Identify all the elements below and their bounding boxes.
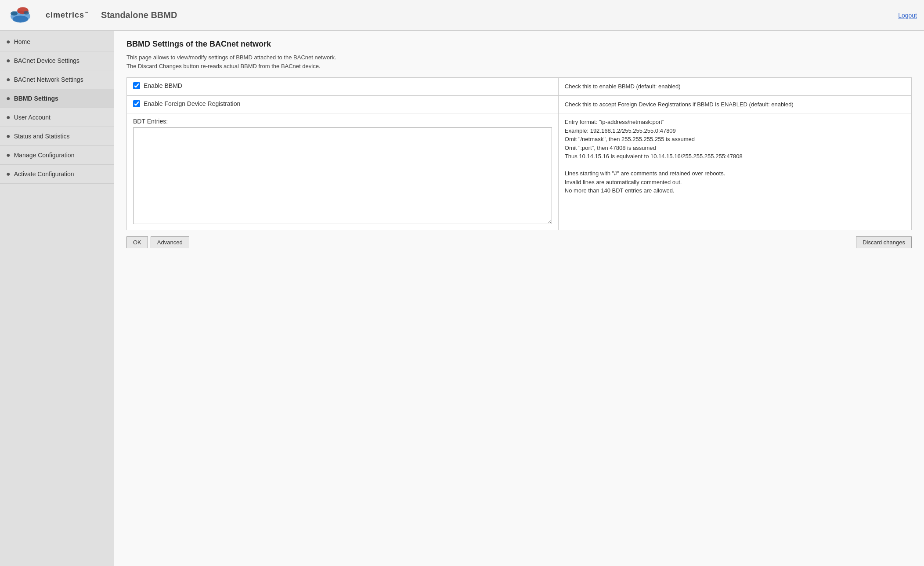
logout-link[interactable]: Logout (898, 12, 917, 19)
svg-point-1 (13, 15, 28, 22)
bullet-icon: ● (6, 94, 11, 102)
discard-changes-button[interactable]: Discard changes (856, 236, 912, 248)
bdt-entries-label: BDT Entries: (133, 118, 552, 125)
page-desc-line1: This page allows to view/modify settings… (126, 54, 336, 61)
svg-point-3 (11, 11, 18, 15)
enable-bbmd-checkbox[interactable] (133, 82, 140, 89)
svg-point-4 (24, 11, 29, 15)
brand-name: cimetrics™ (46, 11, 89, 20)
sidebar-item-bbmd-settings[interactable]: ● BBMD Settings (0, 89, 114, 108)
enable-bbmd-desc: Check this to enable BBMD (default: enab… (565, 83, 681, 90)
main-content: BBMD Settings of the BACnet network This… (114, 31, 924, 566)
sidebar-label: Activate Configuration (14, 171, 74, 178)
bullet-icon: ● (6, 132, 11, 140)
sidebar-item-manage-configuration[interactable]: ● Manage Configuration (0, 146, 114, 165)
enable-bbmd-cell: Enable BBMD (127, 78, 559, 96)
bullet-icon: ● (6, 151, 11, 159)
page-description: This page allows to view/modify settings… (126, 53, 912, 70)
sidebar-item-status-statistics[interactable]: ● Status and Statistics (0, 127, 114, 146)
settings-table: Enable BBMD Check this to enable BBMD (d… (126, 77, 912, 230)
sidebar-label: Manage Configuration (14, 152, 75, 159)
sidebar-item-bacnet-device-settings[interactable]: ● BACnet Device Settings (0, 51, 114, 70)
layout: ● Home ● BACnet Device Settings ● BACnet… (0, 31, 924, 566)
bdt-entries-textarea[interactable] (133, 127, 552, 224)
bullet-icon: ● (6, 57, 11, 65)
sidebar-label: Status and Statistics (14, 133, 70, 140)
bdt-entries-desc-cell: Entry format: "ip-address/netmask:port"E… (558, 113, 911, 230)
bdt-entries-desc: Entry format: "ip-address/netmask:port"E… (565, 119, 743, 194)
cimetrics-logo (7, 4, 42, 26)
bdt-entries-row: BDT Entries: Entry format: "ip-address/n… (127, 113, 912, 230)
sidebar: ● Home ● BACnet Device Settings ● BACnet… (0, 31, 114, 566)
bullet-icon: ● (6, 76, 11, 83)
page-desc-line2: The Discard Changes button re-reads actu… (126, 63, 321, 69)
bullet-icon: ● (6, 38, 11, 46)
buttons-row: OK Advanced Discard changes (126, 236, 912, 248)
header-title: Standalone BBMD (101, 10, 177, 20)
enable-fdr-text: Enable Foreign Device Registration (144, 100, 240, 107)
sidebar-item-home[interactable]: ● Home (0, 33, 114, 51)
enable-fdr-desc: Check this to accept Foreign Device Regi… (565, 101, 794, 108)
sidebar-label: User Account (14, 114, 51, 121)
enable-bbmd-row: Enable BBMD Check this to enable BBMD (d… (127, 78, 912, 96)
bullet-icon: ● (6, 170, 11, 178)
logo-area: cimetrics™ Standalone BBMD (7, 4, 177, 26)
enable-bbmd-label[interactable]: Enable BBMD (133, 82, 552, 89)
sidebar-item-user-account[interactable]: ● User Account (0, 108, 114, 127)
header: cimetrics™ Standalone BBMD Logout (0, 0, 924, 31)
enable-fdr-desc-cell: Check this to accept Foreign Device Regi… (558, 95, 911, 113)
bullet-icon: ● (6, 113, 11, 121)
buttons-left: OK Advanced (126, 236, 189, 248)
enable-bbmd-text: Enable BBMD (144, 82, 182, 89)
sidebar-item-bacnet-network-settings[interactable]: ● BACnet Network Settings (0, 70, 114, 89)
sidebar-label: Home (14, 38, 30, 45)
sidebar-label: BBMD Settings (14, 95, 58, 102)
advanced-button[interactable]: Advanced (151, 236, 189, 248)
enable-fdr-label[interactable]: Enable Foreign Device Registration (133, 100, 552, 107)
enable-bbmd-desc-cell: Check this to enable BBMD (default: enab… (558, 78, 911, 96)
enable-fdr-cell: Enable Foreign Device Registration (127, 95, 559, 113)
enable-fdr-checkbox[interactable] (133, 100, 140, 107)
enable-fdr-row: Enable Foreign Device Registration Check… (127, 95, 912, 113)
ok-button[interactable]: OK (126, 236, 148, 248)
sidebar-label: BACnet Network Settings (14, 76, 83, 83)
bdt-entries-cell: BDT Entries: (127, 113, 559, 230)
page-heading: BBMD Settings of the BACnet network (126, 40, 912, 49)
sidebar-item-activate-configuration[interactable]: ● Activate Configuration (0, 165, 114, 184)
sidebar-label: BACnet Device Settings (14, 57, 79, 64)
